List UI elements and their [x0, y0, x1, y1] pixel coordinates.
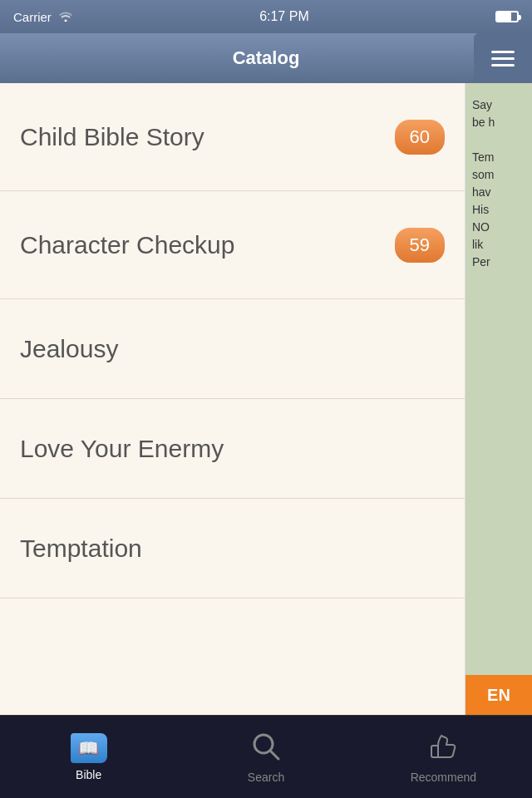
- tab-bible-label: Bible: [76, 768, 101, 781]
- list-item-love-your-enemy[interactable]: Love Your Enermy: [0, 399, 465, 499]
- item-label-character-checkup: Character Checkup: [20, 231, 234, 259]
- badge-character-checkup: 59: [395, 228, 445, 263]
- side-panel-content: Say be h Tem som hav His NO lik Per: [466, 83, 532, 284]
- list-item-character-checkup[interactable]: Character Checkup 59: [0, 191, 465, 299]
- menu-button[interactable]: [474, 33, 532, 83]
- search-icon: [250, 731, 282, 766]
- item-label-temptation: Temptation: [20, 534, 142, 563]
- status-left: Carrier: [13, 10, 73, 24]
- item-label-love-your-enemy: Love Your Enermy: [20, 435, 224, 463]
- list-item-temptation[interactable]: Temptation: [0, 499, 465, 598]
- tab-search[interactable]: Search: [177, 716, 354, 798]
- main-content: Child Bible Story 60 Character Checkup 5…: [0, 83, 532, 715]
- hamburger-icon: [491, 51, 515, 66]
- carrier-label: Carrier: [13, 10, 52, 24]
- svg-line-1: [270, 751, 278, 759]
- tab-bible[interactable]: 📖 Bible: [0, 716, 177, 798]
- recommend-icon: [426, 731, 460, 766]
- tab-recommend-label: Recommend: [411, 771, 476, 784]
- item-label-jealousy: Jealousy: [20, 335, 118, 363]
- list-item-jealousy[interactable]: Jealousy: [0, 299, 465, 399]
- tab-recommend[interactable]: Recommend: [355, 716, 532, 798]
- side-panel: Say be h Tem som hav His NO lik Per EN: [466, 83, 532, 715]
- badge-child-bible-story: 60: [395, 120, 445, 155]
- language-label: EN: [487, 686, 510, 705]
- list-item-child-bible-story[interactable]: Child Bible Story 60: [0, 83, 465, 191]
- status-right: [495, 11, 519, 22]
- catalog-list: Child Bible Story 60 Character Checkup 5…: [0, 83, 466, 715]
- status-bar: Carrier 6:17 PM: [0, 0, 532, 33]
- bible-icon: 📖: [71, 733, 107, 763]
- wifi-icon: [58, 10, 73, 24]
- language-badge[interactable]: EN: [466, 675, 532, 715]
- item-label-child-bible-story: Child Bible Story: [20, 123, 204, 151]
- nav-bar: Catalog: [0, 33, 532, 83]
- tab-bar: 📖 Bible Search Recommend: [0, 715, 532, 798]
- status-time: 6:17 PM: [259, 9, 309, 24]
- battery-icon: [495, 11, 519, 22]
- nav-title: Catalog: [233, 47, 300, 69]
- tab-search-label: Search: [248, 771, 284, 784]
